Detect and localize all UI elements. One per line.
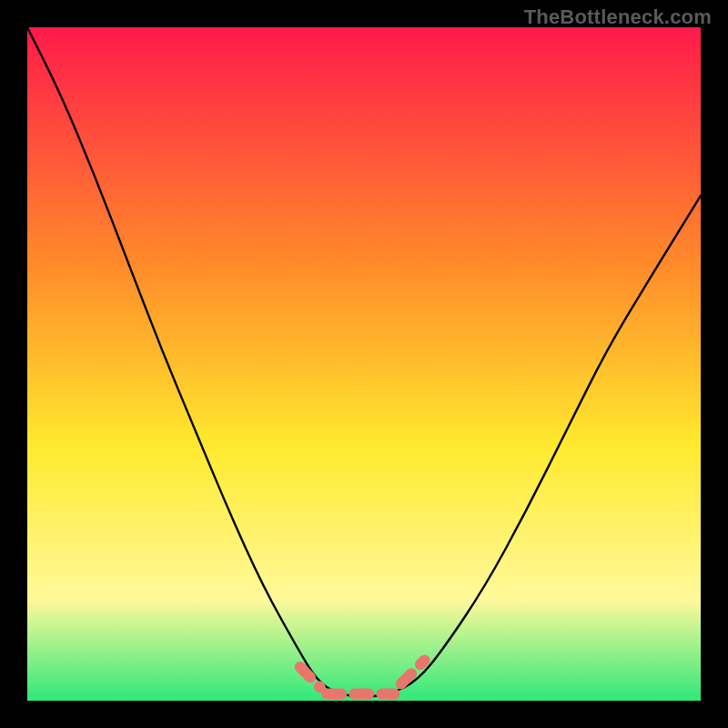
attribution-watermark: TheBottleneck.com <box>524 5 712 29</box>
chart-frame: TheBottleneck.com <box>0 0 728 728</box>
bottleneck-plot <box>27 27 701 701</box>
